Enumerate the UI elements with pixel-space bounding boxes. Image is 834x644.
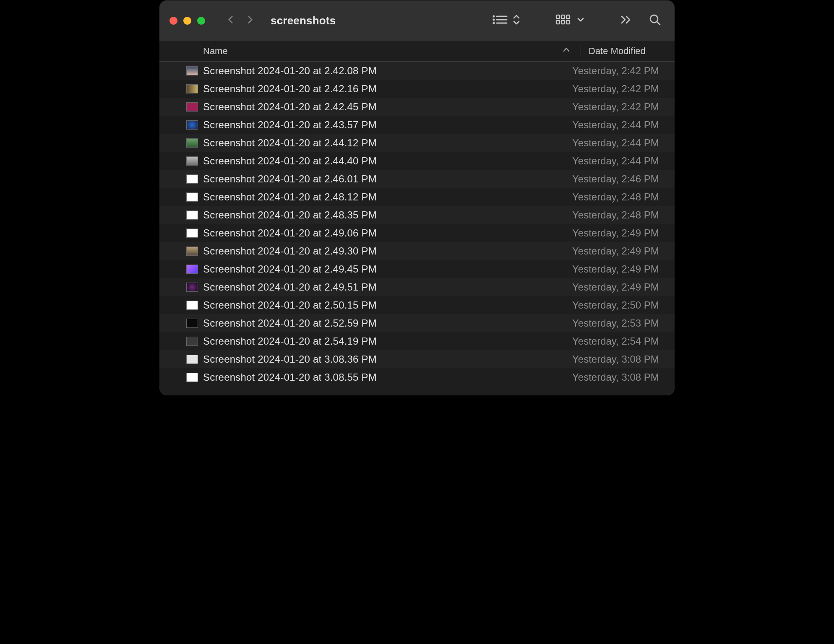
- svg-rect-11: [566, 21, 570, 24]
- file-thumbnail-icon: [186, 319, 198, 328]
- column-header-name[interactable]: Name: [159, 46, 581, 57]
- file-name-label: Screenshot 2024-01-20 at 2.46.01 PM: [203, 173, 377, 185]
- file-name-label: Screenshot 2024-01-20 at 2.48.35 PM: [203, 209, 377, 221]
- chevron-double-right-icon: [620, 14, 633, 27]
- file-date-cell: Yesterday, 2:44 PM: [564, 137, 659, 149]
- search-icon: [649, 13, 661, 28]
- file-name-cell: Screenshot 2024-01-20 at 2.48.12 PM: [159, 191, 564, 203]
- close-window-button[interactable]: [169, 17, 177, 25]
- file-date-cell: Yesterday, 2:44 PM: [564, 119, 659, 131]
- file-name-cell: Screenshot 2024-01-20 at 2.42.16 PM: [159, 83, 564, 95]
- file-name-label: Screenshot 2024-01-20 at 2.42.08 PM: [203, 65, 377, 77]
- table-row[interactable]: Screenshot 2024-01-20 at 2.48.12 PMYeste…: [159, 188, 675, 206]
- finder-window: screenshots: [159, 0, 675, 396]
- file-date-cell: Yesterday, 2:49 PM: [564, 281, 659, 293]
- svg-line-13: [657, 22, 660, 25]
- svg-point-2: [493, 19, 495, 21]
- table-row[interactable]: Screenshot 2024-01-20 at 2.49.45 PMYeste…: [159, 260, 675, 278]
- file-name-label: Screenshot 2024-01-20 at 2.49.30 PM: [203, 245, 377, 257]
- file-name-cell: Screenshot 2024-01-20 at 2.49.06 PM: [159, 227, 564, 239]
- table-row[interactable]: Screenshot 2024-01-20 at 2.44.40 PMYeste…: [159, 152, 675, 170]
- file-thumbnail-icon: [186, 265, 198, 274]
- column-header-date-label: Date Modified: [589, 46, 646, 56]
- file-name-label: Screenshot 2024-01-20 at 2.49.51 PM: [203, 281, 377, 293]
- file-date-cell: Yesterday, 2:49 PM: [564, 227, 659, 239]
- file-thumbnail-icon: [186, 301, 198, 310]
- file-name-cell: Screenshot 2024-01-20 at 2.46.01 PM: [159, 173, 564, 185]
- table-row[interactable]: Screenshot 2024-01-20 at 2.42.45 PMYeste…: [159, 98, 675, 116]
- file-name-label: Screenshot 2024-01-20 at 2.49.06 PM: [203, 227, 377, 239]
- file-date-cell: Yesterday, 3:08 PM: [564, 371, 659, 383]
- file-name-cell: Screenshot 2024-01-20 at 2.54.19 PM: [159, 335, 564, 347]
- file-thumbnail-icon: [186, 210, 198, 220]
- table-row[interactable]: Screenshot 2024-01-20 at 2.49.51 PMYeste…: [159, 278, 675, 296]
- file-name-label: Screenshot 2024-01-20 at 2.43.57 PM: [203, 119, 377, 131]
- file-list[interactable]: Screenshot 2024-01-20 at 2.42.08 PMYeste…: [159, 62, 675, 395]
- file-date-cell: Yesterday, 2:42 PM: [564, 83, 659, 95]
- file-date-cell: Yesterday, 2:49 PM: [564, 245, 659, 257]
- svg-point-0: [493, 16, 495, 17]
- toolbar: screenshots: [159, 0, 675, 41]
- file-date-cell: Yesterday, 2:50 PM: [564, 299, 659, 311]
- table-row[interactable]: Screenshot 2024-01-20 at 2.52.59 PMYeste…: [159, 314, 675, 332]
- file-thumbnail-icon: [186, 66, 198, 75]
- table-row[interactable]: Screenshot 2024-01-20 at 2.46.01 PMYeste…: [159, 170, 675, 188]
- file-name-cell: Screenshot 2024-01-20 at 2.49.30 PM: [159, 245, 564, 257]
- file-name-cell: Screenshot 2024-01-20 at 2.44.40 PM: [159, 155, 564, 167]
- column-header: Name Date Modified: [159, 41, 675, 62]
- file-date-cell: Yesterday, 2:46 PM: [564, 173, 659, 185]
- file-name-label: Screenshot 2024-01-20 at 2.48.12 PM: [203, 191, 377, 203]
- nav-buttons: [225, 14, 255, 27]
- file-thumbnail-icon: [186, 373, 198, 382]
- file-name-label: Screenshot 2024-01-20 at 3.08.36 PM: [203, 353, 377, 365]
- minimize-window-button[interactable]: [183, 17, 191, 25]
- file-name-label: Screenshot 2024-01-20 at 2.42.45 PM: [203, 101, 377, 113]
- column-header-name-label: Name: [203, 46, 228, 57]
- file-name-cell: Screenshot 2024-01-20 at 2.50.15 PM: [159, 299, 564, 311]
- file-date-cell: Yesterday, 2:48 PM: [564, 191, 659, 203]
- sort-asc-icon: [562, 46, 571, 57]
- table-row[interactable]: Screenshot 2024-01-20 at 3.08.36 PMYeste…: [159, 350, 675, 368]
- table-row[interactable]: Screenshot 2024-01-20 at 2.42.16 PMYeste…: [159, 80, 675, 98]
- file-name-label: Screenshot 2024-01-20 at 2.44.40 PM: [203, 155, 377, 167]
- table-row[interactable]: Screenshot 2024-01-20 at 2.44.12 PMYeste…: [159, 134, 675, 152]
- table-row[interactable]: Screenshot 2024-01-20 at 2.42.08 PMYeste…: [159, 62, 675, 80]
- svg-rect-8: [566, 15, 570, 18]
- table-row[interactable]: Screenshot 2024-01-20 at 2.49.06 PMYeste…: [159, 224, 675, 242]
- table-row[interactable]: Screenshot 2024-01-20 at 2.49.30 PMYeste…: [159, 242, 675, 260]
- file-name-label: Screenshot 2024-01-20 at 2.49.45 PM: [203, 263, 377, 275]
- grid-icon: [555, 13, 572, 28]
- file-name-cell: Screenshot 2024-01-20 at 2.42.08 PM: [159, 65, 564, 77]
- file-name-label: Screenshot 2024-01-20 at 2.52.59 PM: [203, 317, 377, 329]
- table-row[interactable]: Screenshot 2024-01-20 at 2.48.35 PMYeste…: [159, 206, 675, 224]
- file-thumbnail-icon: [186, 283, 198, 292]
- file-thumbnail-icon: [186, 192, 198, 202]
- file-name-cell: Screenshot 2024-01-20 at 2.52.59 PM: [159, 317, 564, 329]
- table-row[interactable]: Screenshot 2024-01-20 at 2.54.19 PMYeste…: [159, 332, 675, 350]
- group-by-button[interactable]: [552, 11, 588, 30]
- file-thumbnail-icon: [186, 337, 198, 346]
- file-thumbnail-icon: [186, 102, 198, 112]
- forward-button[interactable]: [245, 14, 255, 27]
- column-header-date[interactable]: Date Modified: [581, 46, 646, 57]
- file-date-cell: Yesterday, 2:42 PM: [564, 101, 659, 113]
- file-date-cell: Yesterday, 2:49 PM: [564, 263, 659, 275]
- window-controls: [169, 17, 205, 25]
- file-thumbnail-icon: [186, 174, 198, 184]
- window-title: screenshots: [271, 14, 336, 27]
- back-button[interactable]: [225, 14, 236, 27]
- file-date-cell: Yesterday, 2:53 PM: [564, 317, 659, 329]
- svg-rect-10: [561, 21, 565, 24]
- view-list-button[interactable]: [488, 11, 524, 30]
- file-date-cell: Yesterday, 3:08 PM: [564, 353, 659, 365]
- table-row[interactable]: Screenshot 2024-01-20 at 2.50.15 PMYeste…: [159, 296, 675, 314]
- file-name-cell: Screenshot 2024-01-20 at 2.43.57 PM: [159, 119, 564, 131]
- zoom-window-button[interactable]: [197, 17, 205, 25]
- table-row[interactable]: Screenshot 2024-01-20 at 3.08.55 PMYeste…: [159, 368, 675, 386]
- search-button[interactable]: [645, 11, 665, 30]
- more-toolbar-items-button[interactable]: [617, 12, 636, 29]
- file-date-cell: Yesterday, 2:48 PM: [564, 209, 659, 221]
- file-name-cell: Screenshot 2024-01-20 at 2.49.45 PM: [159, 263, 564, 275]
- file-name-label: Screenshot 2024-01-20 at 3.08.55 PM: [203, 371, 377, 383]
- table-row[interactable]: Screenshot 2024-01-20 at 2.43.57 PMYeste…: [159, 116, 675, 134]
